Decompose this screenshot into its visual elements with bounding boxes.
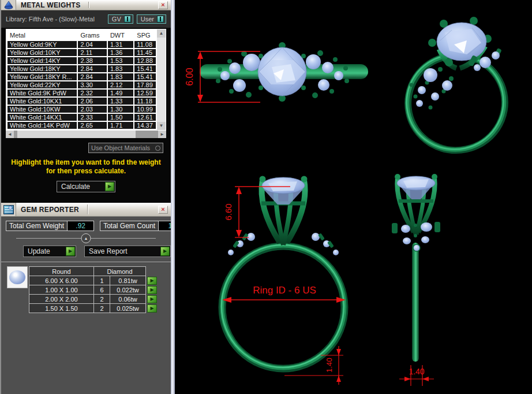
scroll-up-icon[interactable]: ▲ [157,29,166,38]
gem-weight: 0.022tw [110,285,146,295]
table-row[interactable]: Yellow Gold:10KY 2.11 1.36 11.45 [8,49,156,56]
titlebar-divider [87,205,88,214]
cell-grams: 2.65 [78,122,106,129]
cell-grams: 3.30 [78,81,106,88]
gem-table-header: Round Diamond [29,267,146,276]
gem-reporter-titlebar: GEM REPORTER × [1,203,171,217]
library-label: Library: Fifth Ave - (Slow)-Metal [6,16,104,23]
panel-divider[interactable] [171,0,175,394]
cell-dwt: 1.49 [108,90,133,96]
calculate-button[interactable]: Calculate ▶ [57,181,115,192]
table-row[interactable]: Yellow Gold:18KY 2.84 1.83 15.41 [8,65,156,72]
gem-count: 1 [94,276,110,285]
cell-spg: 11.08 [134,41,156,48]
cell-grams: 2.84 [78,65,106,72]
expander-arrow-icon[interactable]: ▲ [81,233,91,243]
table-row[interactable]: White Gold:14KX1 2.33 1.50 12.61 [8,114,156,121]
cell-dwt: 1.50 [108,114,133,121]
gem-size: 6.00 X 6.00 [29,276,94,285]
gem-count: 2 [94,304,110,313]
col-spg[interactable]: SPG [134,31,156,40]
list-item[interactable]: 1.00 X 1.00 6 0.022tw [29,285,146,295]
calculate-button-label: Calculate [58,183,105,191]
gem-reporter-title: GEM REPORTER [16,206,79,214]
cell-spg: 14.37 [134,122,156,129]
close-icon[interactable]: × [158,206,168,214]
play-icon: ▶ [105,182,114,191]
gem-table: Round Diamond 6.00 X 6.00 1 0.81tw 1.00 … [29,266,146,313]
gv-run-icon [124,16,131,23]
user-button-label: User [141,16,154,23]
col-metal[interactable]: Metal [8,31,77,40]
list-item[interactable]: 6.00 X 6.00 1 0.81tw [29,276,146,285]
cell-dwt: 1.30 [108,106,133,113]
table-row[interactable]: Yellow Gold:18KY R... 2.84 1.83 15.41 [8,73,156,80]
gem-type-header: Diamond [94,267,146,276]
gem-row-play-button[interactable]: ▶ [147,295,157,303]
cell-dwt: 1.36 [108,49,133,56]
cell-metal: White Gold:10KW [8,106,77,113]
list-item[interactable]: 1.50 X 1.50 2 0.025tw [29,304,146,313]
total-gem-weight-label: Total Gem Weight [6,221,68,231]
3d-viewport[interactable]: 6.00 [175,0,532,394]
materials-dropdown[interactable]: Use Object Materials [88,143,163,153]
close-icon[interactable]: × [158,1,168,9]
cell-metal: White Gold:14KX1 [8,114,77,121]
hscroll-track[interactable] [14,131,158,138]
gem-count: 6 [94,285,110,295]
table-row[interactable]: White Gold:10KW 2.03 1.30 10.99 [8,106,156,113]
library-bar: Library: Fifth Ave - (Slow)-Metal GV Use… [1,10,171,28]
cell-spg: 17.89 [134,81,156,88]
ring-id-label: Ring ID - 6 US [253,285,316,296]
gem-reporter-body: Total Gem Weight .92 Total Gem Count 11 … [1,217,171,394]
save-report-button[interactable]: Save Report ▶ [84,246,171,257]
scroll-down-icon[interactable]: ▼ [157,122,166,130]
instructions-text: Highlight the item you want to find the … [1,158,171,176]
cell-spg: 12.61 [134,114,156,121]
cell-grams: 2.32 [78,90,106,96]
table-row[interactable]: Yellow Gold:14KY 2.38 1.53 12.88 [8,57,156,64]
gem-row-play-button[interactable]: ▶ [147,304,157,313]
gv-button[interactable]: GV [108,14,133,24]
cell-grams: 2.38 [78,57,106,64]
user-button[interactable]: User [137,14,166,24]
cell-spg: 12.88 [134,57,156,64]
update-button-label: Update [24,247,66,255]
table-row[interactable]: White Gold:9K PdW 2.32 1.49 12.59 [8,90,156,96]
user-run-icon [157,16,164,23]
cell-spg: 12.59 [134,90,156,96]
table-row[interactable]: Yellow Gold:9KY 2.04 1.31 11.08 [8,41,156,48]
table-row[interactable]: White Gold:10KX1 2.06 1.33 11.18 [8,98,156,105]
horizontal-scrollbar[interactable]: ◄ ► [6,131,166,138]
save-report-button-label: Save Report [85,247,160,255]
left-panel: METAL WEIGHTS × Library: Fifth Ave - (Sl… [0,0,171,394]
scroll-right-icon[interactable]: ► [158,131,166,138]
col-dwt[interactable]: DWT [108,31,133,40]
update-button[interactable]: Update ▶ [23,246,76,257]
table-row[interactable]: White Gold:14K PdW 2.65 1.71 14.37 [8,122,156,129]
total-gem-count-label: Total Gem Count [100,221,159,231]
table-row[interactable]: Yellow Gold:22KY 3.30 2.12 17.89 [8,81,156,88]
panel-filler [1,313,171,394]
cell-grams: 2.03 [78,106,106,113]
metal-table-zone: Metal Grams DWT SPG Yellow Gold:9KY 2.04… [6,29,166,131]
cell-spg: 11.18 [134,98,156,105]
dimension-1-40-label: 1.40 [409,367,424,376]
materials-dropdown-label: Use Object Materials [91,144,155,151]
col-grams[interactable]: Grams [78,31,106,40]
scroll-left-icon[interactable]: ◄ [6,131,14,138]
gem-weight: 0.025tw [110,304,146,313]
cell-dwt: 1.71 [108,122,133,129]
play-icon: ▶ [66,247,75,256]
gem-count: 2 [94,295,110,304]
cell-metal: Yellow Gold:14KY [8,57,77,64]
gem-row-play-button[interactable]: ▶ [147,286,157,294]
gem-thumbnail[interactable] [7,266,28,288]
list-item[interactable]: 2.00 X 2.00 2 0.06tw [29,295,146,304]
instructions-line1: Highlight the item you want to find the … [1,158,171,167]
vertical-scrollbar[interactable]: ▲ ▼ [157,29,166,130]
hscroll-thumb[interactable] [17,131,136,138]
instructions-line2: for then press calculate. [1,167,171,176]
gem-row-play-button[interactable]: ▶ [147,277,157,285]
render-canvas: 6.00 [175,0,531,394]
